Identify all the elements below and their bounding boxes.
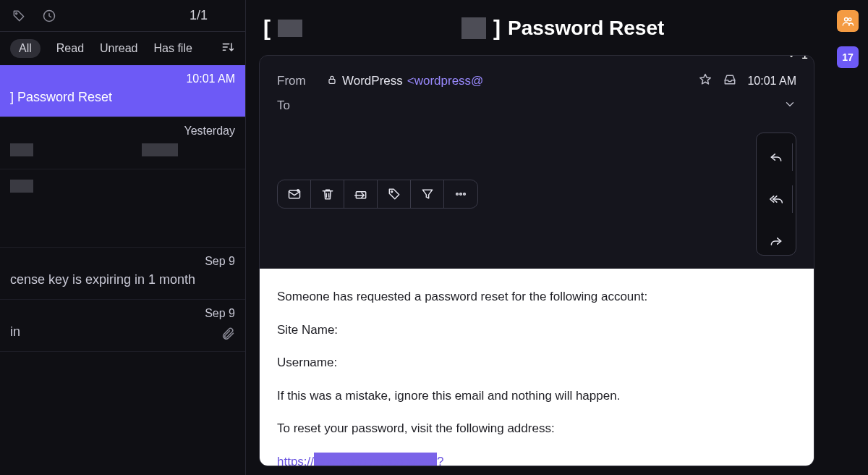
clock-icon[interactable] — [41, 7, 58, 25]
list-item[interactable]: Yesterday — [0, 117, 245, 169]
calendar-day: 17 — [842, 51, 854, 63]
list-item[interactable] — [0, 169, 245, 248]
mark-unread-button[interactable] — [278, 180, 311, 208]
from-name: WordPress — [342, 74, 403, 88]
filter-has-file[interactable]: Has file — [154, 42, 192, 55]
bracket-open: [ — [263, 16, 271, 41]
next-page-button[interactable] — [218, 7, 235, 25]
list-item-subject: ] Password Reset — [10, 90, 235, 105]
attachment-icon — [221, 327, 235, 344]
body-line: Someone has requested a password reset f… — [277, 287, 796, 306]
body-line: If this was a mistake, ignore this email… — [277, 387, 796, 405]
svg-point-11 — [848, 18, 851, 21]
forward-button[interactable] — [760, 227, 793, 255]
list-item-subject: cense key is expiring in 1 month — [10, 272, 235, 287]
list-item-subject — [10, 178, 235, 193]
inbox-icon — [723, 72, 737, 90]
archive-button[interactable] — [344, 180, 378, 208]
filter-read[interactable]: Read — [56, 42, 84, 55]
sort-button[interactable] — [221, 40, 235, 57]
filter-unread[interactable]: Unread — [100, 42, 137, 55]
list-item[interactable]: Sep 9 in — [0, 300, 245, 352]
lock-icon — [326, 74, 338, 89]
list-item[interactable]: 10:01 AM ] Password Reset — [0, 65, 245, 117]
list-item-time: Yesterday — [184, 125, 235, 138]
svg-point-8 — [460, 193, 462, 196]
label-button[interactable] — [378, 180, 411, 208]
filter-button[interactable] — [411, 180, 444, 208]
contacts-button[interactable] — [837, 10, 859, 32]
message-body: Someone has requested a password reset f… — [260, 269, 814, 466]
tag-icon[interactable] — [10, 7, 27, 25]
expand-recipients-button[interactable] — [783, 98, 796, 114]
reset-link[interactable]: https://xxxxxxxxxxxxxxxxxxxx?action=rp&k… — [277, 455, 597, 466]
list-item-time: Sep 9 — [205, 307, 235, 320]
reply-button[interactable] — [760, 143, 793, 171]
list-item-subject: in — [10, 324, 235, 340]
body-line: Username: — [277, 353, 796, 372]
star-button[interactable] — [698, 72, 712, 90]
pager-label: 1/1 — [190, 8, 208, 23]
svg-point-6 — [391, 191, 392, 193]
from-label: From — [277, 74, 316, 88]
filter-all[interactable]: All — [10, 39, 41, 58]
message-list: 10:01 AM ] Password Reset Yesterday Sep … — [0, 65, 245, 475]
list-item[interactable] — [0, 352, 245, 404]
calendar-button[interactable]: 17 — [837, 46, 859, 68]
list-item-time: Sep 9 — [205, 255, 235, 268]
bracket-close: ] — [493, 16, 501, 41]
svg-point-0 — [16, 12, 17, 14]
message-card: 1 From WordPress <wordpress@ — [259, 55, 814, 466]
svg-rect-2 — [329, 79, 335, 83]
message-subject-header: [ ] Password Reset — [259, 9, 814, 55]
svg-point-9 — [464, 193, 466, 196]
svg-point-4 — [297, 189, 299, 192]
subject-text: Password Reset — [508, 17, 664, 40]
prev-page-button[interactable] — [162, 7, 179, 25]
badge-count: 1 — [801, 55, 808, 62]
more-button[interactable] — [444, 180, 477, 208]
svg-point-10 — [845, 18, 848, 22]
body-line: Site Name: — [277, 321, 796, 340]
list-item[interactable]: Sep 9 cense key is expiring in 1 month — [0, 248, 245, 300]
verified-badge: 1 — [784, 55, 808, 63]
to-label: To — [277, 98, 316, 113]
message-time: 10:01 AM — [747, 75, 796, 88]
reply-all-button[interactable] — [760, 185, 793, 213]
delete-button[interactable] — [311, 180, 344, 208]
svg-point-7 — [456, 193, 459, 196]
list-item-time: 10:01 AM — [186, 72, 235, 85]
body-line: To reset your password, visit the follow… — [277, 419, 796, 438]
from-address: <wordpress@ — [407, 74, 484, 88]
list-item-subject — [10, 142, 235, 157]
security-button[interactable] — [837, 83, 859, 104]
